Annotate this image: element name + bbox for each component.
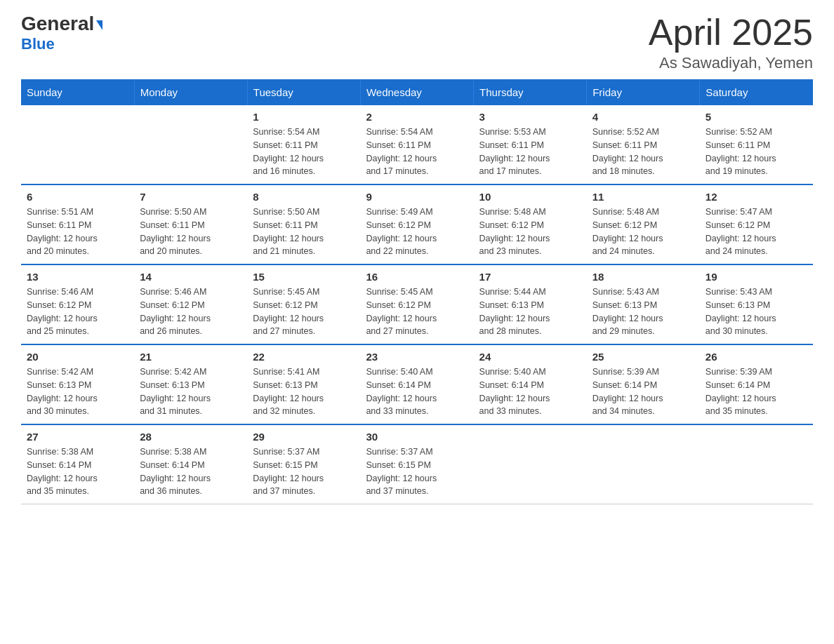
day-number: 21 bbox=[140, 351, 241, 363]
calendar-week-row: 13Sunrise: 5:46 AMSunset: 6:12 PMDayligh… bbox=[21, 264, 813, 344]
day-info: Sunrise: 5:48 AMSunset: 6:12 PMDaylight:… bbox=[479, 206, 581, 258]
calendar-cell: 8Sunrise: 5:50 AMSunset: 6:11 PMDaylight… bbox=[247, 185, 360, 264]
day-info: Sunrise: 5:39 AMSunset: 6:14 PMDaylight:… bbox=[593, 365, 694, 418]
day-number: 3 bbox=[479, 111, 581, 123]
calendar-cell: 11Sunrise: 5:48 AMSunset: 6:12 PMDayligh… bbox=[587, 185, 700, 264]
day-number: 9 bbox=[366, 191, 468, 203]
day-number: 28 bbox=[140, 431, 241, 443]
calendar-cell: 7Sunrise: 5:50 AMSunset: 6:11 PMDaylight… bbox=[134, 185, 247, 264]
calendar-cell: 21Sunrise: 5:42 AMSunset: 6:13 PMDayligh… bbox=[134, 344, 247, 424]
calendar-cell: 15Sunrise: 5:45 AMSunset: 6:12 PMDayligh… bbox=[247, 264, 360, 344]
calendar-cell: 17Sunrise: 5:44 AMSunset: 6:13 PMDayligh… bbox=[474, 264, 587, 344]
day-info: Sunrise: 5:43 AMSunset: 6:13 PMDaylight:… bbox=[706, 286, 807, 338]
day-number: 30 bbox=[366, 431, 468, 443]
calendar-cell: 20Sunrise: 5:42 AMSunset: 6:13 PMDayligh… bbox=[21, 344, 134, 424]
calendar-cell: 14Sunrise: 5:46 AMSunset: 6:12 PMDayligh… bbox=[134, 264, 247, 344]
calendar-cell: 27Sunrise: 5:38 AMSunset: 6:14 PMDayligh… bbox=[21, 424, 134, 504]
calendar-table: SundayMondayTuesdayWednesdayThursdayFrid… bbox=[21, 79, 813, 504]
day-info: Sunrise: 5:40 AMSunset: 6:14 PMDaylight:… bbox=[366, 365, 468, 418]
calendar-cell: 9Sunrise: 5:49 AMSunset: 6:12 PMDaylight… bbox=[360, 185, 473, 264]
calendar-week-row: 20Sunrise: 5:42 AMSunset: 6:13 PMDayligh… bbox=[21, 344, 813, 424]
day-number: 22 bbox=[253, 351, 355, 363]
day-info: Sunrise: 5:45 AMSunset: 6:12 PMDaylight:… bbox=[366, 286, 468, 338]
calendar-title: April 2025 bbox=[649, 14, 813, 51]
day-info: Sunrise: 5:38 AMSunset: 6:14 PMDaylight:… bbox=[27, 445, 128, 498]
day-number: 17 bbox=[479, 271, 581, 283]
weekday-header: Wednesday bbox=[360, 79, 473, 105]
day-number: 20 bbox=[27, 351, 128, 363]
day-number: 24 bbox=[479, 351, 581, 363]
day-info: Sunrise: 5:51 AMSunset: 6:11 PMDaylight:… bbox=[27, 206, 128, 258]
day-number: 26 bbox=[706, 351, 807, 363]
logo: General Blue bbox=[21, 14, 102, 53]
weekday-header: Saturday bbox=[700, 79, 813, 105]
day-info: Sunrise: 5:47 AMSunset: 6:12 PMDaylight:… bbox=[706, 206, 807, 258]
day-info: Sunrise: 5:44 AMSunset: 6:13 PMDaylight:… bbox=[479, 286, 581, 338]
day-info: Sunrise: 5:50 AMSunset: 6:11 PMDaylight:… bbox=[253, 206, 355, 258]
title-block: April 2025 As Sawadiyah, Yemen bbox=[649, 14, 813, 72]
day-info: Sunrise: 5:43 AMSunset: 6:13 PMDaylight:… bbox=[593, 286, 694, 338]
calendar-cell: 16Sunrise: 5:45 AMSunset: 6:12 PMDayligh… bbox=[360, 264, 473, 344]
calendar-cell: 3Sunrise: 5:53 AMSunset: 6:11 PMDaylight… bbox=[474, 105, 587, 185]
day-number: 11 bbox=[593, 191, 694, 203]
calendar-cell: 1Sunrise: 5:54 AMSunset: 6:11 PMDaylight… bbox=[247, 105, 360, 185]
day-number: 2 bbox=[366, 111, 468, 123]
page-header: General Blue April 2025 As Sawadiyah, Ye… bbox=[21, 14, 813, 72]
calendar-cell bbox=[21, 105, 134, 185]
calendar-cell: 18Sunrise: 5:43 AMSunset: 6:13 PMDayligh… bbox=[587, 264, 700, 344]
weekday-header: Thursday bbox=[474, 79, 587, 105]
calendar-cell bbox=[587, 424, 700, 504]
logo-text: General bbox=[21, 14, 102, 34]
day-info: Sunrise: 5:50 AMSunset: 6:11 PMDaylight:… bbox=[140, 206, 241, 258]
day-info: Sunrise: 5:48 AMSunset: 6:12 PMDaylight:… bbox=[593, 206, 694, 258]
day-info: Sunrise: 5:39 AMSunset: 6:14 PMDaylight:… bbox=[706, 365, 807, 418]
day-info: Sunrise: 5:40 AMSunset: 6:14 PMDaylight:… bbox=[479, 365, 581, 418]
day-info: Sunrise: 5:41 AMSunset: 6:13 PMDaylight:… bbox=[253, 365, 355, 418]
day-info: Sunrise: 5:53 AMSunset: 6:11 PMDaylight:… bbox=[479, 126, 581, 178]
calendar-subtitle: As Sawadiyah, Yemen bbox=[649, 54, 813, 72]
calendar-cell: 5Sunrise: 5:52 AMSunset: 6:11 PMDaylight… bbox=[700, 105, 813, 185]
calendar-cell: 26Sunrise: 5:39 AMSunset: 6:14 PMDayligh… bbox=[700, 344, 813, 424]
day-number: 29 bbox=[253, 431, 355, 443]
day-number: 8 bbox=[253, 191, 355, 203]
calendar-cell: 6Sunrise: 5:51 AMSunset: 6:11 PMDaylight… bbox=[21, 185, 134, 264]
logo-blue: Blue bbox=[21, 35, 55, 53]
calendar-cell: 25Sunrise: 5:39 AMSunset: 6:14 PMDayligh… bbox=[587, 344, 700, 424]
day-number: 13 bbox=[27, 271, 128, 283]
day-info: Sunrise: 5:37 AMSunset: 6:15 PMDaylight:… bbox=[253, 445, 355, 498]
day-info: Sunrise: 5:52 AMSunset: 6:11 PMDaylight:… bbox=[593, 126, 694, 178]
day-number: 19 bbox=[706, 271, 807, 283]
day-info: Sunrise: 5:54 AMSunset: 6:11 PMDaylight:… bbox=[253, 126, 355, 178]
day-info: Sunrise: 5:38 AMSunset: 6:14 PMDaylight:… bbox=[140, 445, 241, 498]
day-info: Sunrise: 5:54 AMSunset: 6:11 PMDaylight:… bbox=[366, 126, 468, 178]
calendar-week-row: 27Sunrise: 5:38 AMSunset: 6:14 PMDayligh… bbox=[21, 424, 813, 504]
calendar-week-row: 6Sunrise: 5:51 AMSunset: 6:11 PMDaylight… bbox=[21, 185, 813, 264]
weekday-header: Monday bbox=[134, 79, 247, 105]
day-info: Sunrise: 5:42 AMSunset: 6:13 PMDaylight:… bbox=[140, 365, 241, 418]
calendar-cell: 4Sunrise: 5:52 AMSunset: 6:11 PMDaylight… bbox=[587, 105, 700, 185]
calendar-cell: 2Sunrise: 5:54 AMSunset: 6:11 PMDaylight… bbox=[360, 105, 473, 185]
day-number: 6 bbox=[27, 191, 128, 203]
weekday-header: Tuesday bbox=[247, 79, 360, 105]
calendar-cell: 13Sunrise: 5:46 AMSunset: 6:12 PMDayligh… bbox=[21, 264, 134, 344]
day-number: 27 bbox=[27, 431, 128, 443]
day-number: 5 bbox=[706, 111, 807, 123]
calendar-cell: 30Sunrise: 5:37 AMSunset: 6:15 PMDayligh… bbox=[360, 424, 473, 504]
calendar-cell: 12Sunrise: 5:47 AMSunset: 6:12 PMDayligh… bbox=[700, 185, 813, 264]
day-info: Sunrise: 5:42 AMSunset: 6:13 PMDaylight:… bbox=[27, 365, 128, 418]
day-number: 23 bbox=[366, 351, 468, 363]
weekday-header: Friday bbox=[587, 79, 700, 105]
calendar-cell bbox=[134, 105, 247, 185]
day-number: 16 bbox=[366, 271, 468, 283]
day-number: 4 bbox=[593, 111, 694, 123]
calendar-week-row: 1Sunrise: 5:54 AMSunset: 6:11 PMDaylight… bbox=[21, 105, 813, 185]
calendar-cell bbox=[474, 424, 587, 504]
calendar-cell: 24Sunrise: 5:40 AMSunset: 6:14 PMDayligh… bbox=[474, 344, 587, 424]
calendar-cell: 22Sunrise: 5:41 AMSunset: 6:13 PMDayligh… bbox=[247, 344, 360, 424]
calendar-cell: 23Sunrise: 5:40 AMSunset: 6:14 PMDayligh… bbox=[360, 344, 473, 424]
day-number: 25 bbox=[593, 351, 694, 363]
day-number: 7 bbox=[140, 191, 241, 203]
day-number: 14 bbox=[140, 271, 241, 283]
day-number: 12 bbox=[706, 191, 807, 203]
day-info: Sunrise: 5:46 AMSunset: 6:12 PMDaylight:… bbox=[140, 286, 241, 338]
